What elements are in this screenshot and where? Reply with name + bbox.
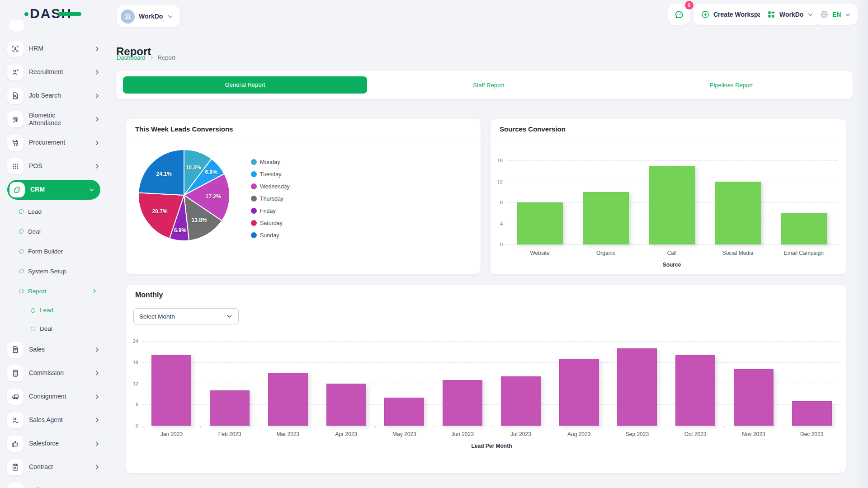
legend-dot: [251, 159, 257, 165]
pie-value-label: 24.1%: [156, 171, 172, 177]
chevron-down-icon: [167, 13, 174, 20]
sidebar-item-indiamart[interactable]: Indiamart: [7, 481, 100, 488]
chevron-down-icon: [226, 313, 233, 320]
sidebar-subitem-label: Lead: [40, 307, 53, 314]
person-plus-icon: [11, 68, 19, 76]
sidebar-item-salesforce[interactable]: Salesforce: [7, 434, 100, 454]
y-axis-tick: 8: [500, 200, 503, 205]
messages-button[interactable]: 0: [668, 4, 690, 25]
x-axis-label: Oct 2023: [666, 431, 725, 437]
grid-plus-icon: [767, 10, 776, 19]
sidebar-subitem-deal[interactable]: Deal: [7, 321, 100, 336]
icon-tile: [7, 389, 24, 405]
chevron-right-icon: [94, 69, 100, 75]
icon-tile: [7, 64, 24, 80]
chevron-right-icon: [94, 394, 100, 400]
chevron-right-icon: [149, 55, 154, 60]
x-axis-label: Call: [639, 250, 705, 256]
report-tabs: General Report Staff Report Pipelines Re…: [116, 71, 853, 99]
bar-jul-2023: [501, 376, 541, 426]
x-axis-label: Apr 2023: [317, 431, 375, 437]
x-axis-title: Lead Per Month: [142, 443, 841, 449]
x-axis-label: Dec 2023: [783, 431, 841, 437]
bar-organic: [583, 192, 629, 244]
sidebar-subitem-label: System Setup: [28, 268, 66, 275]
leads-conversions-title: This Week Leads Conversions: [135, 125, 233, 133]
sidebar-item-sales[interactable]: Sales: [7, 340, 100, 360]
sidebar-subitem-deal[interactable]: Deal: [7, 223, 100, 239]
legend-item-friday: Friday: [251, 205, 290, 217]
legend-dot: [251, 220, 257, 226]
sidebar-item-recruitment[interactable]: Recruitment: [7, 62, 100, 82]
thumbs-up-icon: [11, 440, 19, 448]
sidebar-subitem-form-builder[interactable]: Form Builder: [7, 243, 100, 259]
y-axis-tick: 16: [497, 158, 503, 163]
sidebar-item-consignment[interactable]: Consignment: [7, 387, 100, 407]
sidebar-item-pos[interactable]: POS: [7, 156, 100, 176]
sidebar-item-job-search[interactable]: Job Search: [7, 86, 100, 106]
icon-tile: [7, 135, 24, 151]
bullet-icon: [31, 327, 35, 331]
sidebar-partial-item-tile: [9, 20, 24, 32]
gridline: [507, 160, 837, 161]
sidebar-item-label: Commission: [29, 369, 64, 377]
sidebar-subitem-lead[interactable]: Lead: [7, 203, 100, 220]
sidebar-item-label: POS: [29, 162, 42, 170]
legend-dot: [251, 208, 257, 214]
language-label: EN: [832, 11, 841, 18]
sidebar-item-contract[interactable]: Contract: [7, 457, 100, 477]
sidebar-subitem-report[interactable]: Report: [7, 283, 100, 299]
bar-sep-2023: [617, 348, 657, 426]
sidebar-item-sales-agent[interactable]: Sales Agent: [7, 410, 100, 430]
sidebar-item-crm[interactable]: CRM: [7, 180, 100, 200]
x-axis-label: Mar 2023: [259, 431, 317, 437]
sources-conversion-title: Sources Conversion: [500, 125, 566, 133]
x-axis-label: Feb 2023: [201, 431, 259, 437]
pie-legend: MondayTuesdayWednesdayThursdayFridaySatu…: [251, 156, 290, 241]
language-menu-button[interactable]: EN: [813, 4, 858, 25]
tab-staff-report[interactable]: Staff Report: [367, 82, 610, 89]
logo-dot: [24, 12, 28, 16]
breadcrumb-dashboard-link[interactable]: Dashboard: [117, 54, 146, 61]
sidebar-item-label: Procurement: [29, 139, 65, 147]
legend-item-thursday: Thursday: [251, 192, 290, 205]
workspace-switcher[interactable]: WorkDo: [117, 5, 180, 27]
month-select-dropdown[interactable]: Select Month: [133, 308, 239, 324]
x-axis-title: Source: [507, 262, 837, 268]
chat-icon: [674, 9, 684, 20]
monthly-plot: 06121824Jan 2023Feb 2023Mar 2023Apr 2023…: [142, 341, 841, 426]
x-axis-label: Jul 2023: [492, 431, 550, 437]
workspace-avatar: [121, 9, 135, 23]
sidebar-item-commission[interactable]: Commission: [7, 363, 100, 383]
legend-dot: [251, 232, 257, 238]
sidebar-item-biometric-attendance[interactable]: Biometric Attendance: [7, 109, 100, 129]
x-axis-label: Jan 2023: [142, 431, 201, 437]
sidebar-item-procurement[interactable]: Procurement: [7, 133, 100, 153]
sidebar-item-label: Recruitment: [29, 68, 63, 76]
icon-tile: [7, 88, 24, 104]
card-divider: [126, 140, 481, 140]
x-axis-label: Sep 2023: [608, 431, 666, 437]
icon-tile: [7, 459, 24, 475]
tab-general-report[interactable]: General Report: [123, 76, 367, 94]
workspace-menu-label: WorkDo: [779, 11, 803, 18]
sidebar-subitem-lead[interactable]: Lead: [7, 303, 100, 318]
bar-jun-2023: [443, 380, 482, 426]
chevron-down-icon: [226, 313, 233, 320]
bar-nov-2023: [734, 369, 774, 426]
sidebar-item-label: Consignment: [29, 393, 66, 401]
workspace-name: WorkDo: [139, 13, 163, 20]
grid-dots-icon: [11, 162, 19, 170]
chevron-right-icon: [94, 46, 100, 52]
chevron-right-icon: [94, 441, 100, 447]
sidebar-subitem-system-setup[interactable]: System Setup: [7, 263, 100, 279]
sidebar-item-hrm[interactable]: HRM: [7, 39, 100, 59]
y-axis-tick: 4: [500, 221, 503, 226]
workspace-menu-button[interactable]: WorkDo: [760, 4, 821, 25]
page-right-gutter: [856, 0, 868, 488]
save-icon: [11, 463, 19, 471]
sidebar-nav: HRMRecruitmentJob SearchBiometric Attend…: [7, 39, 100, 488]
legend-label: Wednesday: [260, 183, 290, 190]
tab-pipelines-report[interactable]: Pipelines Report: [610, 82, 853, 89]
app-logo[interactable]: DASH: [26, 6, 72, 21]
